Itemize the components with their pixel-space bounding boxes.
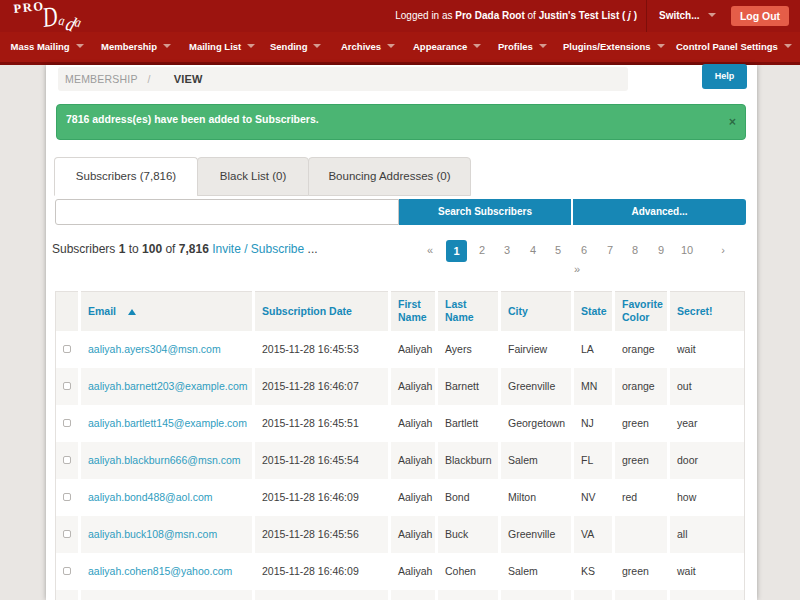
svg-text:D: D [40,0,60,33]
